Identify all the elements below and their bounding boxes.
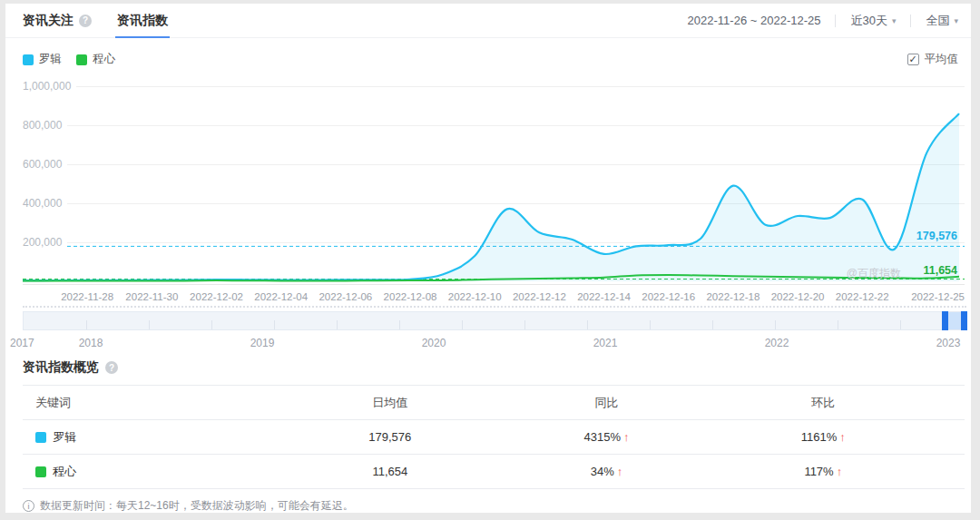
legend-label-chengxin: 程心 (93, 52, 115, 67)
period-dropdown[interactable]: 近30天 ▾ (850, 13, 896, 29)
up-arrow-icon: ↑ (623, 430, 630, 444)
col-header-mom: 环比 (715, 395, 932, 411)
timeline-year-label: 2017 (10, 337, 34, 349)
info-icon: i (23, 500, 34, 512)
mom-value: 117% (804, 465, 833, 478)
legend-item-luoji[interactable]: 罗辑 (23, 52, 62, 67)
x-axis-tick: 2022-12-16 (642, 291, 695, 302)
x-axis-tick: 2022-12-22 (836, 291, 889, 302)
up-arrow-icon: ↑ (839, 430, 846, 444)
help-icon[interactable]: ? (105, 361, 118, 374)
x-axis-tick: 2022-12-25 (911, 291, 965, 302)
legend-swatch-chengxin (76, 54, 87, 65)
tab-news-attention[interactable]: 资讯关注 ? (23, 4, 92, 37)
y-axis-tick: 600,000 (23, 157, 67, 172)
timeline-dotted-line (23, 306, 966, 308)
tab-news-index-label: 资讯指数 (117, 13, 168, 29)
timeline-year-labels: 2017201820192020202120222023 (23, 311, 966, 353)
header-tabs-row: 资讯关注 ? 资讯指数 2022-11-26 ~ 2022-12-25 近30天… (5, 4, 971, 38)
x-axis-tick: 2022-12-12 (513, 291, 566, 302)
table-row-luoji: 罗辑 179,576 4315%↑ 1161%↑ (23, 420, 965, 455)
news-index-chart[interactable]: 1,000,000800,000600,000400,000200,000 20… (23, 86, 965, 309)
keyword-swatch-luoji (35, 432, 46, 443)
timeline-slider: 2017201820192020202120222023 (23, 311, 966, 353)
timeline-year-label: 2023 (936, 337, 961, 349)
region-dropdown-value: 全国 (926, 13, 949, 29)
x-axis-tick: 2022-12-06 (318, 291, 372, 302)
up-arrow-icon: ↑ (617, 465, 623, 478)
y-axis-tick: 800,000 (23, 118, 67, 132)
x-axis-tick: 2022-12-18 (706, 291, 760, 302)
average-checkbox-label: 平均值 (925, 52, 959, 67)
x-axis-tick: 2022-12-10 (448, 291, 502, 302)
checkbox-checked-icon: ✓ (907, 54, 919, 65)
average-checkbox[interactable]: ✓ 平均值 (907, 52, 959, 67)
data-update-note-text: 数据更新时间：每天12~16时，受数据波动影响，可能会有延迟。 (40, 498, 354, 514)
divider (910, 15, 911, 27)
period-dropdown-value: 近30天 (850, 13, 887, 29)
table-header-row: 关键词 日均值 同比 环比 (23, 386, 965, 420)
chevron-down-icon: ▾ (954, 16, 958, 25)
avg-line-label-luoji: 179,576 (916, 230, 957, 242)
yoy-value: 34% (591, 465, 614, 478)
data-update-note: i 数据更新时间：每天12~16时，受数据波动影响，可能会有延迟。 (23, 498, 965, 514)
x-axis-labels: 2022-11-282022-11-302022-12-022022-12-04… (23, 291, 965, 306)
col-header-yoy: 同比 (498, 395, 715, 411)
timeline-year-label: 2019 (250, 337, 275, 349)
tab-news-attention-label: 资讯关注 (23, 13, 74, 29)
region-dropdown[interactable]: 全国 ▾ (926, 13, 958, 29)
x-axis-tick: 2022-11-28 (61, 291, 113, 302)
overview-section: 资讯指数概览 ? 关键词 日均值 同比 环比 罗辑 179,576 4315%↑… (23, 358, 965, 514)
chart-canvas[interactable] (23, 86, 965, 288)
legend-swatch-luoji (23, 54, 34, 65)
watermark: @百度指数 (847, 266, 901, 281)
help-icon[interactable]: ? (79, 15, 92, 27)
daily-avg-value: 11,654 (281, 465, 498, 478)
index-panel: 资讯关注 ? 资讯指数 2022-11-26 ~ 2022-12-25 近30天… (5, 4, 971, 513)
divider (835, 15, 836, 27)
legend-row: 罗辑 程心 ✓ 平均值 (23, 52, 958, 67)
header-controls: 2022-11-26 ~ 2022-12-25 近30天 ▾ 全国 ▾ (688, 13, 958, 29)
timeline-year-label: 2020 (422, 337, 446, 349)
y-axis-tick: 200,000 (23, 235, 67, 250)
avg-line-label-chengxin: 11,654 (923, 264, 957, 277)
tab-news-index[interactable]: 资讯指数 (117, 4, 168, 37)
overview-table: 关键词 日均值 同比 环比 罗辑 179,576 4315%↑ 1161%↑ 程… (23, 385, 965, 489)
yoy-value: 4315% (584, 430, 621, 444)
table-row-chengxin: 程心 11,654 34%↑ 117%↑ (23, 455, 965, 489)
col-header-daily-avg: 日均值 (281, 395, 498, 411)
legend-item-chengxin[interactable]: 程心 (76, 52, 115, 67)
up-arrow-icon: ↑ (837, 465, 843, 478)
x-axis-tick: 2022-12-14 (577, 291, 631, 302)
date-range[interactable]: 2022-11-26 ~ 2022-12-25 (688, 14, 821, 27)
timeline-year-label: 2021 (593, 337, 618, 349)
keyword-label: 程心 (53, 464, 76, 480)
x-axis-tick: 2022-12-20 (771, 291, 825, 302)
keyword-swatch-chengxin (35, 466, 46, 477)
y-axis-tick: 1,000,000 (23, 79, 76, 93)
timeline-year-label: 2018 (79, 337, 103, 349)
chevron-down-icon: ▾ (892, 16, 897, 25)
daily-avg-value: 179,576 (281, 430, 498, 444)
keyword-label: 罗辑 (53, 429, 76, 446)
mom-value: 1161% (801, 430, 838, 444)
col-header-keyword: 关键词 (23, 395, 281, 411)
x-axis-tick: 2022-12-04 (254, 291, 308, 302)
overview-title: 资讯指数概览 (23, 359, 99, 376)
x-axis-tick: 2022-11-30 (125, 291, 178, 302)
legend-label-luoji: 罗辑 (39, 52, 62, 67)
x-axis-tick: 2022-12-08 (384, 291, 437, 302)
x-axis-tick: 2022-12-02 (190, 291, 243, 302)
y-axis-tick: 400,000 (23, 196, 67, 211)
timeline-year-label: 2022 (765, 337, 789, 349)
